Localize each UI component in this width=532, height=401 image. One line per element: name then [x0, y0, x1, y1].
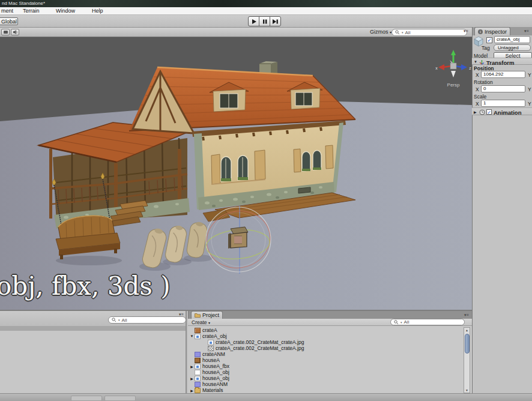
- create-dropdown[interactable]: Create ▾: [192, 319, 210, 325]
- project-item[interactable]: ▼ crateA_obj: [189, 333, 462, 339]
- project-panel-menu-icon[interactable]: ▾≡: [464, 313, 469, 317]
- scene-viewport[interactable]: x z Persp obj, fbx, 3ds ): [0, 37, 472, 311]
- pause-icon: [262, 19, 268, 25]
- transform-icon: [479, 59, 485, 65]
- position-x-field[interactable]: 1064.292: [481, 71, 525, 78]
- rotation-label: Rotation: [474, 79, 493, 85]
- tag-label: Tag: [482, 45, 490, 51]
- folder-icon: [195, 388, 201, 393]
- scale-x-field[interactable]: 1: [481, 100, 525, 107]
- project-scrollbar[interactable]: ▲ ▼: [464, 327, 470, 393]
- step-button[interactable]: [270, 16, 281, 26]
- scene-search-input[interactable]: ▾ All: [391, 29, 467, 36]
- transform-section-header[interactable]: ▼ Transform: [472, 58, 532, 65]
- asset-label: crateA_obj: [202, 333, 227, 339]
- scene-overlay-text: obj, fbx, 3ds ): [0, 271, 171, 301]
- menu-item-help[interactable]: Help: [92, 8, 103, 14]
- asset-label: Materials: [202, 387, 223, 393]
- foldout-icon[interactable]: ▶: [189, 388, 195, 393]
- model-icon: [195, 334, 201, 339]
- axis-x-label: x: [435, 66, 438, 70]
- left-panel-menu-icon[interactable]: ▾≡: [179, 313, 184, 316]
- scrollbar-thumb[interactable]: [465, 334, 470, 354]
- window-title-bar[interactable]: nd Mac Standalone*: [0, 0, 532, 7]
- inspector-header: i Inspector ▾≡: [472, 27, 532, 35]
- tab-project[interactable]: Project: [191, 311, 223, 319]
- scroll-down-icon[interactable]: ▼: [464, 388, 470, 393]
- gizmos-dropdown[interactable]: Gizmos ▾: [370, 29, 391, 35]
- status-bar: [0, 393, 532, 401]
- file-icon: [195, 370, 201, 375]
- scale-x-label: X: [476, 101, 479, 107]
- asset-label: crateANM: [202, 351, 225, 357]
- project-search-input[interactable]: ▾ All: [390, 319, 465, 325]
- foldout-icon[interactable]: ▶: [189, 376, 195, 381]
- object-name-field[interactable]: crateA_obj: [494, 36, 530, 43]
- foldout-icon[interactable]: ▼: [189, 334, 195, 338]
- animation-clock-icon: [479, 109, 485, 115]
- foldout-open-icon[interactable]: ▼: [474, 60, 477, 64]
- model-icon: [195, 376, 201, 381]
- asset-label: houseA: [202, 357, 220, 363]
- foldout-icon[interactable]: ▶: [189, 364, 195, 369]
- step-icon: [272, 19, 279, 25]
- project-tab-row: Project ▾≡: [188, 311, 472, 319]
- menu-item-component[interactable]: ment: [1, 8, 13, 14]
- left-panel-content[interactable]: [0, 331, 187, 393]
- menu-item-window[interactable]: Window: [56, 8, 75, 14]
- info-icon: i: [478, 29, 483, 34]
- active-checkbox[interactable]: ✓: [486, 37, 492, 43]
- scene-audio-button[interactable]: [11, 29, 19, 35]
- texture-grid-icon: [208, 346, 214, 351]
- rotation-x-field[interactable]: 0: [481, 85, 525, 92]
- render-mode-button[interactable]: [1, 29, 10, 35]
- project-item[interactable]: crateANM: [189, 351, 462, 357]
- scene-panel-menu-icon[interactable]: ▾≡: [464, 29, 468, 33]
- project-item[interactable]: ▶ Materials: [189, 387, 462, 393]
- project-tab-label: Project: [202, 312, 219, 318]
- chevron-down-icon: ▾: [402, 31, 404, 34]
- project-item[interactable]: houseA: [189, 357, 462, 363]
- project-item[interactable]: houseA_obj: [189, 369, 462, 375]
- global-pivot-toggle[interactable]: Global: [0, 17, 18, 25]
- project-item[interactable]: crateA: [189, 327, 462, 333]
- scroll-up-icon[interactable]: ▲: [464, 328, 470, 333]
- scale-label: Scale: [474, 94, 486, 100]
- pause-button[interactable]: [259, 16, 270, 26]
- chevron-down-icon: ▾: [208, 321, 210, 325]
- asset-label: houseA_obj: [202, 375, 229, 381]
- asset-label: crateA_crate.002_CrateMat_crateA.jpg: [216, 339, 304, 345]
- tag-dropdown[interactable]: Untagged: [494, 44, 531, 51]
- animation-header-label: Animation: [494, 109, 521, 116]
- position-y-label: Y: [528, 72, 531, 78]
- animation-section-header[interactable]: ▶ ✓ Animation: [472, 107, 532, 115]
- asset-label: crateA_crate.002_CrateMat_crateA.jpg: [216, 345, 304, 351]
- inspector-panel-menu-icon[interactable]: ▾≡: [524, 29, 529, 33]
- render-mode-icon: [4, 31, 8, 34]
- axis-z-label: z: [469, 66, 471, 70]
- menu-bar: ment Terrain Window Help: [0, 7, 532, 15]
- texture-icon: [195, 328, 201, 333]
- camera-mode-label[interactable]: Persp: [447, 82, 460, 88]
- animation-asset-icon: [195, 382, 201, 387]
- project-item[interactable]: houseANM: [189, 381, 462, 387]
- inspector-tab-label: Inspector: [485, 29, 507, 35]
- project-item[interactable]: crateA_crate.002_CrateMat_crateA.jpg: [189, 339, 462, 345]
- search-filter-value: All: [122, 318, 127, 323]
- asset-label: crateA: [202, 327, 217, 333]
- play-button[interactable]: [248, 16, 259, 26]
- project-item[interactable]: ▶ houseA_obj: [189, 375, 462, 381]
- animation-asset-icon: [195, 352, 201, 357]
- tab-inspector[interactable]: i Inspector: [474, 27, 510, 35]
- left-panel-search-input[interactable]: ▾ All: [108, 316, 186, 324]
- project-toolbar: Create ▾ ▾ All: [188, 319, 472, 326]
- project-item[interactable]: ▶ houseA_fbx: [189, 363, 462, 369]
- animation-enabled-checkbox[interactable]: ✓: [486, 109, 492, 115]
- project-panel[interactable]: crateA ▼ crateA_obj crateA_crate.002_Cra…: [188, 326, 472, 393]
- rotation-x-label: X: [476, 86, 479, 92]
- menu-item-terrain[interactable]: Terrain: [23, 8, 40, 14]
- project-item[interactable]: crateA_crate.002_CrateMat_crateA.jpg: [189, 345, 462, 351]
- foldout-closed-icon[interactable]: ▶: [474, 110, 477, 114]
- chevron-down-icon: ▾: [118, 318, 120, 322]
- model-icon: [195, 364, 201, 369]
